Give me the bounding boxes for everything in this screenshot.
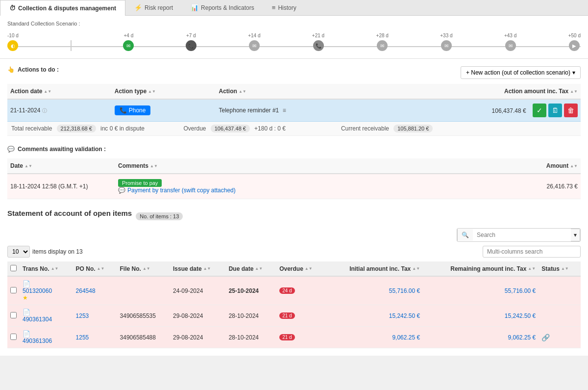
th-status[interactable]: Status ▲▼ [539, 261, 581, 276]
timeline-node-7[interactable]: +43 d ✉ [504, 33, 516, 51]
timeline-node-4[interactable]: +21 d 📞 [312, 33, 324, 51]
node-circle-4: 📞 [313, 40, 324, 51]
star-icon-0: ★ [23, 294, 28, 301]
th-po-no[interactable]: PO No. ▲▼ [73, 261, 117, 276]
comment-amount-cell: 26,416.73 € [472, 174, 581, 199]
initial-amount-link-0[interactable]: 55,716.00 € [389, 287, 420, 294]
th-overdue[interactable]: Overdue ▲▼ [276, 261, 326, 276]
remaining-amount-link-0[interactable]: 55,716.00 € [505, 287, 536, 294]
summary-row: Total receivable 212,318.68 € inc 0 € in… [7, 122, 581, 136]
pdf-icon-2: 📄 [23, 330, 30, 338]
new-action-label: + New action (out of collection scenario… [466, 69, 570, 76]
th-comment-amount[interactable]: Amount ▲▼ [472, 158, 581, 174]
tab-risk[interactable]: ⚡ Risk report [125, 0, 182, 15]
initial-amount-link-1[interactable]: 15,242.50 € [389, 312, 420, 319]
row0-due-date: 25-10-2024 [226, 276, 277, 305]
po-link-2[interactable]: 1255 [76, 334, 89, 341]
node-circle-3: ✉ [249, 40, 260, 51]
initial-amount-link-2[interactable]: 9,062.25 € [392, 334, 420, 341]
row0-checkbox[interactable] [10, 287, 17, 293]
row0-file-no [117, 276, 170, 305]
row1-file-no: 34906585535 [117, 305, 170, 327]
th-remaining-amount[interactable]: Remaining amount inc. Tax ▲▼ [423, 261, 539, 276]
dropdown-caret-icon: ▾ [572, 69, 575, 76]
comments-title: 💬 Comments awaiting validation : [7, 146, 581, 153]
timeline-node-8[interactable]: +50 d ▶ [568, 33, 581, 51]
tab-collection[interactable]: ⏱ Collection & disputes management [0, 0, 125, 16]
node-label-1: +4 d [123, 33, 133, 38]
multi-columns-search-input[interactable] [483, 246, 581, 258]
comment-link[interactable]: 💬 Payment by transfer (swift copy attach… [118, 187, 469, 194]
node-circle-0: ◐ [7, 40, 18, 51]
po-link-1[interactable]: 1253 [76, 312, 89, 319]
node-label-6: +33 d [440, 33, 452, 38]
timeline-node-3[interactable]: +14 d ✉ [248, 33, 260, 51]
trans-link-2[interactable]: 490361306 [23, 338, 70, 344]
delete-action-button[interactable]: 🗑 [564, 104, 578, 117]
comments-header-row: Date ▲▼ Comments ▲▼ Amount ▲▼ [7, 158, 581, 174]
timeline-tick [71, 40, 72, 51]
phone-badge[interactable]: 📞 Phone [115, 105, 151, 115]
search-input[interactable] [473, 229, 571, 241]
search-icon[interactable]: 🔍 [457, 229, 473, 241]
comment-amount-value: 26,416.73 € [547, 183, 578, 190]
row1-initial-amount: 15,242.50 € [326, 305, 423, 327]
statement-title: Statement of account of open items [7, 209, 132, 217]
edit-action-button[interactable]: 🗓 [548, 104, 562, 117]
promise-badge: Promise to pay [118, 179, 162, 187]
th-action-amount[interactable]: Action amount inc. Tax ▲▼ [377, 84, 581, 99]
trans-link-0[interactable]: 501320060 [23, 287, 70, 294]
confirm-action-button[interactable]: ✓ [533, 104, 546, 117]
node-label-7: +43 d [504, 33, 516, 38]
total-receivable-value: 212,318.68 € [57, 125, 96, 132]
tab-history[interactable]: ≡ History [263, 0, 305, 15]
items-per-page-select[interactable]: 10 25 50 [7, 246, 30, 258]
timeline-node-1[interactable]: +4 d ✉ [123, 33, 134, 51]
th-action[interactable]: Action ▲▼ [216, 84, 378, 99]
select-all-checkbox[interactable] [10, 265, 17, 271]
row2-status[interactable]: 🔗 [539, 327, 581, 348]
action-date-value: 21-11-2024 [10, 107, 40, 114]
statement-section: Statement of account of open items No. o… [7, 209, 581, 348]
timeline-node-0[interactable]: -10 d ◐ [7, 33, 19, 51]
th-comments[interactable]: Comments ▲▼ [115, 158, 472, 174]
list-icon: ≡ [272, 4, 276, 11]
action-cell: Telephone reminder #1 ≡ [216, 99, 378, 122]
th-action-date[interactable]: Action date ▲▼ [7, 84, 112, 99]
remaining-amount-link-2[interactable]: 9,062.25 € [508, 334, 536, 341]
node-circle-7: ✉ [505, 40, 516, 51]
th-initial-amount[interactable]: Initial amount inc. Tax ▲▼ [326, 261, 423, 276]
timeline-section: Standard Collection Scenario : -10 d ◐ +… [0, 16, 588, 59]
lightning-icon: ⚡ [134, 4, 142, 11]
item-row-0: 📄 501320060 ★ 264548 24-09-2024 [7, 276, 581, 305]
th-file-no[interactable]: File No. ▲▼ [117, 261, 170, 276]
th-comment-date[interactable]: Date ▲▼ [7, 158, 115, 174]
row2-checkbox[interactable] [10, 334, 17, 340]
comments-table: Date ▲▼ Comments ▲▼ Amount ▲▼ [7, 158, 581, 199]
sort-icon-comments: ▲▼ [150, 164, 158, 168]
search-dropdown-button[interactable]: ▾ [571, 229, 580, 241]
row1-checkbox[interactable] [10, 312, 17, 318]
tab-reports[interactable]: 📊 Reports & Indicators [182, 0, 263, 15]
trans-link-1[interactable]: 490361304 [23, 316, 70, 323]
total-receivable-label: Total receivable [11, 125, 52, 132]
th-select-all[interactable] [7, 261, 20, 276]
timeline-node-5[interactable]: +28 d ✉ [376, 33, 389, 51]
remaining-amount-link-1[interactable]: 15,242.50 € [505, 312, 536, 319]
tab-history-label: History [278, 4, 296, 11]
info-icon: ⓘ [42, 108, 47, 113]
new-action-button[interactable]: + New action (out of collection scenario… [461, 66, 581, 79]
po-link-0[interactable]: 264548 [76, 287, 96, 294]
row1-due-date: 28-10-2024 [226, 305, 277, 327]
trans-no-1: 490361304 [23, 316, 52, 323]
items-table: Trans No. ▲▼ PO No. ▲▼ File No. ▲▼ [7, 261, 581, 348]
action-type-cell: 📞 Phone [112, 99, 216, 122]
timeline-node-6[interactable]: +33 d ✉ [440, 33, 452, 51]
th-action-type[interactable]: Action type ▲▼ [112, 84, 216, 99]
th-due-date[interactable]: Due date ▲▼ [226, 261, 277, 276]
timeline-node-2[interactable]: +7 d 📞 [186, 33, 196, 51]
action-detail-icon[interactable]: ≡ [283, 107, 286, 114]
th-trans-no[interactable]: Trans No. ▲▼ [20, 261, 73, 276]
th-issue-date[interactable]: Issue date ▲▼ [170, 261, 226, 276]
action-amount-cell: 106,437.48 € ✓ 🗓 🗑 [377, 99, 581, 122]
